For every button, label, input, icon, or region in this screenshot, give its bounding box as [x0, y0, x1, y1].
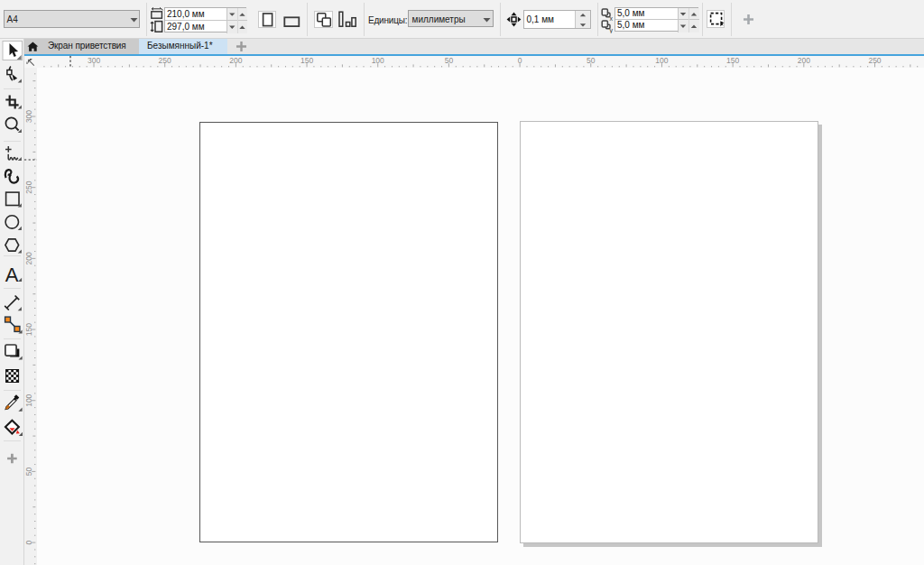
svg-text:150: 150: [300, 56, 313, 65]
svg-text:50: 50: [587, 56, 596, 65]
svg-text:250: 250: [24, 181, 33, 193]
svg-text:150: 150: [726, 56, 739, 65]
svg-text:200: 200: [24, 252, 33, 264]
svg-text:300: 300: [24, 110, 33, 123]
svg-text:200: 200: [229, 56, 242, 65]
svg-text:100: 100: [24, 394, 33, 406]
svg-text:200: 200: [798, 56, 810, 65]
svg-text:250: 250: [868, 56, 881, 65]
svg-text:100: 100: [372, 56, 384, 65]
svg-text:100: 100: [655, 56, 668, 65]
svg-text:A: A: [5, 264, 19, 286]
svg-text:0: 0: [24, 540, 33, 544]
svg-text:150: 150: [24, 323, 33, 336]
svg-text:250: 250: [159, 56, 171, 65]
svg-text:50: 50: [445, 56, 454, 65]
svg-text:300: 300: [88, 56, 100, 65]
svg-text:50: 50: [24, 467, 33, 476]
svg-text:0: 0: [518, 56, 522, 65]
svg-text:y: y: [610, 26, 614, 33]
